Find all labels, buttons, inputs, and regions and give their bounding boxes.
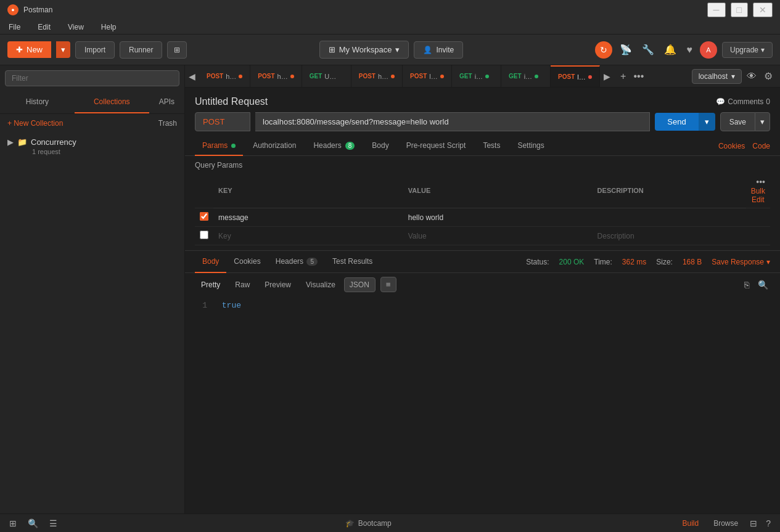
save-button-wrap: Save ▾ [720, 112, 770, 131]
trash-button[interactable]: Trash [158, 119, 177, 128]
save-button[interactable]: Save [720, 112, 755, 131]
url-input[interactable] [255, 112, 650, 131]
method-badge-7: POST [558, 73, 575, 80]
layout-icon-button[interactable]: ⊞ [7, 517, 18, 530]
tab-settings[interactable]: Settings [510, 136, 551, 156]
save-response-button[interactable]: Save Response ▾ [712, 258, 770, 266]
minimize-button[interactable]: ─ [707, 2, 726, 17]
import-button[interactable]: Import [75, 41, 115, 59]
user-avatar[interactable]: A [700, 41, 717, 59]
browse-button[interactable]: Browse [708, 518, 743, 529]
new-button[interactable]: ✚ New [7, 41, 51, 58]
copy-icon-button[interactable]: ⎘ [742, 278, 751, 292]
bootcamp-button[interactable]: Bootcamp [358, 519, 392, 528]
response-icons: ⎘ 🔍 [742, 278, 770, 292]
resp-view-pretty[interactable]: Pretty [195, 277, 226, 292]
request-tab-2[interactable]: GET U… [302, 65, 351, 87]
sidebar-tab-collections[interactable]: Collections [75, 91, 149, 113]
layout-button[interactable]: ⊞ [167, 41, 187, 59]
request-tab-7[interactable]: POST l… [551, 65, 600, 87]
more-tabs-button[interactable]: ••• [631, 68, 646, 84]
tab-dot-7 [588, 75, 592, 79]
param-row-empty: Key Value Description [195, 227, 770, 245]
tab-params[interactable]: Params [195, 136, 243, 156]
tab-name-7: l… [577, 73, 585, 81]
workspace-button[interactable]: ⊞ My Workspace ▾ [319, 41, 409, 59]
param-checkbox-empty[interactable] [200, 231, 208, 239]
close-button[interactable]: ✕ [753, 2, 773, 17]
tab-prev-button[interactable]: ◀ [185, 65, 199, 87]
eye-icon-button[interactable]: 👁 [744, 68, 759, 84]
resp-view-raw[interactable]: Raw [229, 277, 256, 292]
resp-view-preview[interactable]: Preview [258, 277, 297, 292]
resp-view-visualize[interactable]: Visualize [300, 277, 342, 292]
bell-icon-button[interactable]: 🔔 [662, 41, 679, 58]
param-value-cell-empty[interactable]: Value [403, 227, 593, 245]
tab-headers[interactable]: Headers 8 [306, 136, 362, 156]
sync-button[interactable]: ↻ [595, 41, 612, 59]
send-dropdown-button[interactable]: ▾ [699, 113, 715, 131]
heart-icon-button[interactable]: ♥ [684, 42, 695, 58]
search-icon-button[interactable]: 🔍 [756, 278, 770, 292]
request-tab-4[interactable]: POST l… [403, 65, 452, 87]
menu-view[interactable]: View [64, 22, 88, 33]
tab-body[interactable]: Body [364, 136, 396, 156]
settings-icon-button[interactable]: ⚙ [762, 68, 775, 84]
search-bottom-icon-button[interactable]: 🔍 [26, 517, 40, 530]
filter-input[interactable] [5, 70, 179, 86]
request-tab-3[interactable]: POST h… [351, 65, 403, 87]
resp-tab-cookies[interactable]: Cookies [226, 251, 268, 273]
resp-tab-headers[interactable]: Headers 5 [268, 251, 325, 273]
satellite-icon-button[interactable]: 📡 [617, 41, 634, 58]
param-desc-cell-0[interactable] [593, 208, 746, 227]
new-collection-button[interactable]: + New Collection [7, 119, 63, 128]
save-dropdown-button[interactable]: ▾ [755, 112, 770, 131]
param-value-cell-0[interactable]: hello world [403, 208, 593, 227]
help-icon-button[interactable]: ? [764, 517, 773, 530]
columns-icon-button[interactable]: ⊟ [748, 517, 759, 530]
method-badge-0: POST [207, 73, 223, 80]
sidebar-tab-apis[interactable]: APIs [149, 91, 184, 113]
build-button[interactable]: Build [678, 518, 704, 529]
send-button[interactable]: Send [655, 113, 698, 131]
tab-next-button[interactable]: ▶ [600, 65, 614, 87]
param-checkbox-0[interactable] [200, 212, 208, 221]
runner-button[interactable]: Runner [120, 41, 162, 59]
param-key-cell-empty[interactable]: Key [213, 227, 403, 245]
param-row-0: message hello world [195, 208, 770, 227]
method-select[interactable]: POST GET PUT DELETE PATCH [195, 112, 250, 131]
menu-help[interactable]: Help [97, 22, 120, 33]
params-more-button[interactable]: ••• [756, 177, 765, 187]
resp-tab-body[interactable]: Body [195, 251, 226, 273]
tab-authorization[interactable]: Authorization [245, 136, 303, 156]
menu-edit[interactable]: Edit [34, 22, 54, 33]
sidebar-tab-history[interactable]: History [0, 91, 75, 113]
title-bar-left: ● Postman [7, 4, 52, 15]
wrap-icon-button[interactable]: ≡ [380, 277, 396, 292]
menu-file[interactable]: File [5, 22, 24, 33]
param-desc-cell-empty[interactable]: Description [593, 227, 746, 245]
wrench-icon-button[interactable]: 🔧 [639, 41, 657, 58]
request-tab-0[interactable]: POST h… [199, 65, 250, 87]
main-layout: History Collections APIs + New Collectio… [0, 65, 780, 514]
tab-prerequest[interactable]: Pre-request Script [399, 136, 474, 156]
code-link-button[interactable]: Code [752, 142, 770, 150]
sidebar-icon-button[interactable]: ☰ [47, 517, 59, 530]
cookies-link-button[interactable]: Cookies [718, 142, 745, 150]
tab-tests[interactable]: Tests [475, 136, 507, 156]
invite-button[interactable]: 👤 Invite [414, 41, 463, 59]
maximize-button[interactable]: □ [731, 2, 748, 17]
collection-item-concurrency[interactable]: ▶ 📁 Concurrency 1 request [0, 133, 184, 160]
bulk-edit-button[interactable]: Bulk Edit [751, 187, 765, 204]
upgrade-button[interactable]: Upgrade ▾ [722, 42, 773, 58]
request-tab-1[interactable]: POST h… [250, 65, 302, 87]
add-tab-button[interactable]: + [618, 68, 628, 84]
environment-selector[interactable]: localhost ▾ [692, 69, 742, 84]
comments-button[interactable]: 💬 Comments 0 [716, 97, 770, 106]
param-key-cell-0[interactable]: message [213, 208, 403, 227]
new-button-dropdown[interactable]: ▾ [56, 41, 70, 58]
request-tab-6[interactable]: GET i… [501, 65, 551, 87]
resp-tab-test-results[interactable]: Test Results [325, 251, 380, 273]
format-select[interactable]: JSON XML HTML Text [344, 277, 376, 292]
request-tab-5[interactable]: GET i… [452, 65, 501, 87]
